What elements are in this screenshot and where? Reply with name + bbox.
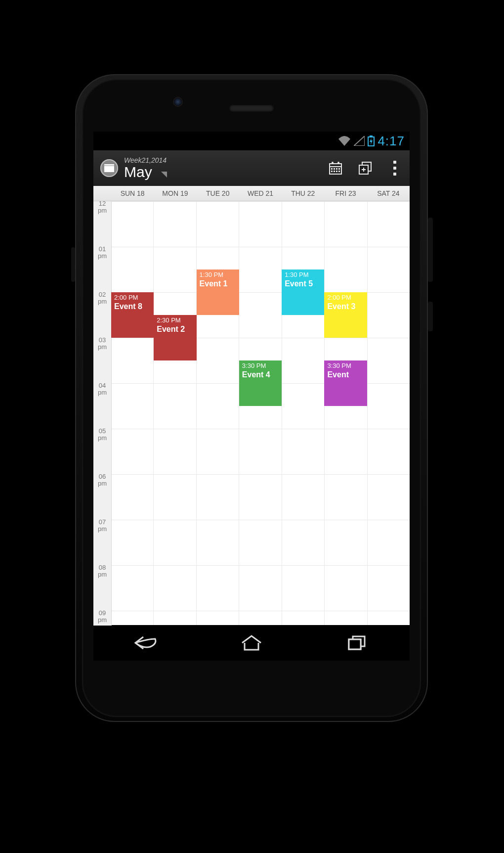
calendar-event[interactable]: 2:30 PMEvent 2 bbox=[154, 315, 196, 360]
event-title: Event 5 bbox=[285, 279, 313, 288]
calendar-event[interactable]: 3:30 PMEvent bbox=[324, 360, 367, 406]
screen: 4:17 Week21,2014 May bbox=[93, 132, 410, 661]
hour-label: 09pm bbox=[93, 610, 111, 623]
signal-icon bbox=[354, 136, 365, 146]
event-title: Event 3 bbox=[327, 302, 355, 311]
hour-gutter bbox=[93, 201, 112, 626]
hour-label: 08pm bbox=[93, 564, 111, 578]
event-time: 3:30 PM bbox=[242, 362, 279, 369]
hour-label: 02pm bbox=[93, 291, 111, 305]
overflow-menu-button[interactable] bbox=[380, 150, 410, 186]
calendar-event[interactable]: 3:30 PMEvent 4 bbox=[239, 360, 282, 406]
svg-rect-11 bbox=[334, 168, 335, 170]
event-title: Event 8 bbox=[114, 302, 142, 311]
day-header: THU 22 bbox=[282, 189, 324, 197]
event-time: 1:30 PM bbox=[200, 271, 236, 278]
month-title: May bbox=[124, 164, 152, 180]
svg-rect-12 bbox=[336, 168, 337, 170]
event-time: 2:00 PM bbox=[327, 294, 364, 301]
calendar-event[interactable]: 1:30 PMEvent 5 bbox=[282, 269, 324, 315]
action-bar: Week21,2014 May bbox=[93, 150, 410, 186]
front-camera bbox=[174, 98, 182, 106]
dropdown-triangle-icon bbox=[161, 172, 167, 178]
back-button[interactable] bbox=[93, 625, 199, 661]
svg-rect-14 bbox=[331, 171, 333, 172]
app-icon[interactable] bbox=[100, 159, 118, 177]
event-time: 2:30 PM bbox=[157, 317, 193, 324]
volume-rocker bbox=[428, 218, 433, 282]
svg-rect-16 bbox=[336, 171, 337, 172]
recent-apps-button[interactable] bbox=[304, 625, 410, 661]
day-header: MON 19 bbox=[154, 189, 196, 197]
calendar-event[interactable]: 2:00 PMEvent 8 bbox=[111, 292, 154, 338]
svg-rect-1 bbox=[370, 135, 373, 137]
system-nav-bar bbox=[93, 625, 410, 661]
day-header: SUN 18 bbox=[111, 189, 154, 197]
svg-rect-24 bbox=[349, 639, 361, 649]
calendar-event[interactable]: 1:30 PMEvent 1 bbox=[197, 269, 239, 315]
svg-rect-17 bbox=[338, 171, 340, 172]
phone-frame: 4:17 Week21,2014 May bbox=[75, 74, 428, 722]
hour-label: 07pm bbox=[93, 519, 111, 532]
status-clock: 4:17 bbox=[378, 134, 405, 149]
event-time: 2:00 PM bbox=[114, 294, 151, 301]
status-bar: 4:17 bbox=[93, 132, 410, 150]
svg-rect-13 bbox=[338, 168, 340, 170]
svg-rect-15 bbox=[334, 171, 335, 172]
wifi-icon bbox=[338, 136, 351, 146]
hour-label: 06pm bbox=[93, 473, 111, 487]
hour-label: 04pm bbox=[93, 382, 111, 396]
day-header: WED 21 bbox=[239, 189, 282, 197]
day-header-row: SUN 18 MON 19 TUE 20 WED 21 THU 22 FRI 2… bbox=[93, 186, 410, 201]
svg-rect-2 bbox=[104, 164, 114, 172]
event-title: Event 4 bbox=[242, 370, 270, 379]
week-grid[interactable]: 12pm01pm02pm03pm04pm05pm06pm07pm08pm09pm… bbox=[93, 201, 410, 626]
day-header: SAT 24 bbox=[367, 189, 410, 197]
calendar-event[interactable]: 2:00 PMEvent 3 bbox=[324, 292, 367, 338]
side-notch bbox=[71, 247, 75, 282]
home-button[interactable] bbox=[199, 625, 304, 661]
day-header: TUE 20 bbox=[197, 189, 239, 197]
week-subtitle: Week21,2014 bbox=[124, 157, 167, 164]
event-title: Event 2 bbox=[157, 325, 185, 333]
svg-point-4 bbox=[107, 163, 108, 164]
day-header: FRI 23 bbox=[324, 189, 367, 197]
overflow-icon bbox=[393, 161, 396, 176]
event-title: Event bbox=[327, 370, 349, 379]
svg-point-8 bbox=[332, 162, 334, 164]
add-event-button[interactable] bbox=[350, 150, 380, 186]
power-button bbox=[428, 302, 433, 331]
svg-rect-10 bbox=[331, 168, 333, 170]
hour-label: 05pm bbox=[93, 428, 111, 441]
battery-icon bbox=[368, 135, 375, 146]
event-title: Event 1 bbox=[200, 279, 228, 288]
svg-point-5 bbox=[111, 163, 112, 164]
hour-label: 03pm bbox=[93, 337, 111, 350]
hour-label: 01pm bbox=[93, 246, 111, 259]
event-time: 1:30 PM bbox=[285, 271, 321, 278]
event-time: 3:30 PM bbox=[327, 362, 364, 369]
today-button[interactable] bbox=[321, 150, 350, 186]
events-layer: 2:00 PMEvent 82:30 PMEvent 21:30 PMEvent… bbox=[111, 201, 410, 626]
svg-point-9 bbox=[337, 162, 339, 164]
view-title-dropdown[interactable]: Week21,2014 May bbox=[124, 157, 167, 180]
earpiece-speaker bbox=[229, 105, 274, 112]
hour-label: 12pm bbox=[93, 201, 111, 214]
